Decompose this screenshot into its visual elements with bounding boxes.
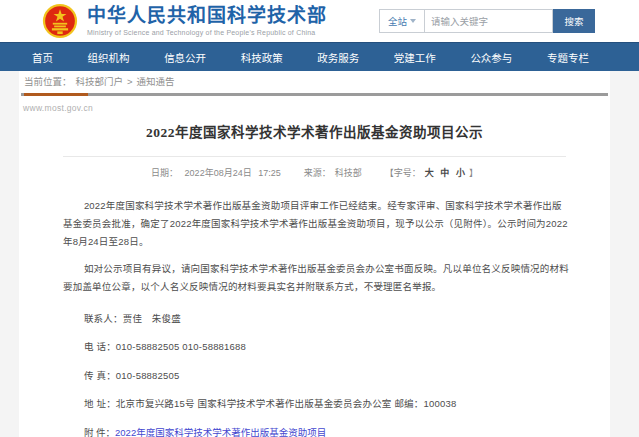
- contact-phone-line: 电 话：010-58882505 010-58881688: [63, 339, 570, 353]
- national-emblem-logo: [42, 3, 78, 39]
- attachment-label: 附 件：: [84, 427, 115, 437]
- main-nav: 首页 组织机构 信息公开 科技政策 政务服务 党建工作 公众参与 专题专栏: [0, 42, 639, 71]
- article-paragraph: 如对公示项目有异议，请向国家科学技术学术著作出版基金委员会办公室书面反映。凡以单…: [63, 260, 570, 296]
- card-top-divider: [21, 93, 608, 96]
- article-body: 2022年度国家科学技术学术著作出版基金资助项目评审工作已经结束。经专家评审、国…: [19, 179, 610, 437]
- site-url-watermark: www.most.gov.cn: [23, 103, 610, 113]
- search-scope-value: 全站: [388, 14, 407, 28]
- content-card: 当前位置： 科技部门户 > 通知通告 www.most.gov.cn 2022年…: [19, 71, 610, 437]
- font-size-large-button[interactable]: 大: [425, 168, 434, 178]
- contact-person-line: 联系人：贾佳 朱俊盛: [63, 311, 570, 325]
- article-meta: 日期： 2022年08月24日 17:25 来源：科技部 【字号：大 中 小】: [19, 166, 610, 179]
- meta-divider: [63, 156, 566, 157]
- search-input[interactable]: [425, 9, 553, 33]
- nav-item-policy[interactable]: 科技政策: [241, 50, 283, 65]
- nav-item-special-topics[interactable]: 专题专栏: [547, 50, 589, 65]
- site-subtitle: Ministry of Science and Technology of th…: [87, 29, 327, 36]
- breadcrumb-current-link[interactable]: 通知通告: [137, 71, 175, 93]
- breadcrumb: 当前位置： 科技部门户 > 通知通告: [19, 71, 610, 93]
- site-title: 中华人民共和国科学技术部: [87, 6, 327, 27]
- nav-item-gov-services[interactable]: 政务服务: [317, 50, 359, 65]
- article-paragraph: 2022年度国家科学技术学术著作出版基金资助项目评审工作已经结束。经专家评审、国…: [63, 197, 570, 251]
- contact-fax-line: 传 真：010-58882505: [63, 368, 570, 382]
- nav-item-party-building[interactable]: 党建工作: [394, 50, 436, 65]
- breadcrumb-separator: >: [127, 71, 133, 93]
- site-title-block: 中华人民共和国科学技术部 Ministry of Science and Tec…: [87, 6, 327, 36]
- meta-date-label: 日期：: [151, 168, 178, 178]
- breadcrumb-portal-link[interactable]: 科技部门户: [76, 71, 124, 93]
- search-button[interactable]: 搜索: [553, 9, 595, 33]
- meta-fontsize-prefix: 【字号：: [385, 168, 421, 178]
- card-top-divider-accent: [24, 93, 88, 96]
- nav-item-public-participation[interactable]: 公众参与: [470, 50, 512, 65]
- chevron-down-icon: [410, 19, 416, 23]
- breadcrumb-label: 当前位置：: [24, 71, 72, 93]
- page-background: 当前位置： 科技部门户 > 通知通告 www.most.gov.cn 2022年…: [0, 71, 639, 437]
- site-header: 中华人民共和国科学技术部 Ministry of Science and Tec…: [0, 0, 639, 42]
- meta-source-label: 来源：: [304, 168, 331, 178]
- nav-item-home[interactable]: 首页: [32, 50, 53, 65]
- nav-item-info-disclosure[interactable]: 信息公开: [164, 50, 206, 65]
- font-size-medium-button[interactable]: 中: [440, 168, 449, 178]
- attachment-line: 附 件：2022年度国家科学技术学术著作出版基金资助项目: [63, 425, 570, 437]
- meta-fontsize-suffix: 】: [469, 168, 478, 178]
- nav-item-organization[interactable]: 组织机构: [88, 50, 130, 65]
- font-size-small-button[interactable]: 小: [456, 168, 465, 178]
- search-area: 全站 搜索: [379, 9, 595, 33]
- meta-time: 17:25: [258, 168, 281, 178]
- meta-source: 科技部: [335, 168, 362, 178]
- contact-address-line: 地 址：北京市复兴路15号 国家科学技术学术著作出版基金委员会办公室 邮编：10…: [63, 396, 570, 410]
- attachment-link[interactable]: 2022年度国家科学技术学术著作出版基金资助项目: [115, 427, 326, 437]
- article-title: 2022年度国家科学技术学术著作出版基金资助项目公示: [19, 121, 610, 141]
- meta-date: 2022年08月24日: [185, 168, 252, 178]
- search-scope-select[interactable]: 全站: [379, 9, 425, 33]
